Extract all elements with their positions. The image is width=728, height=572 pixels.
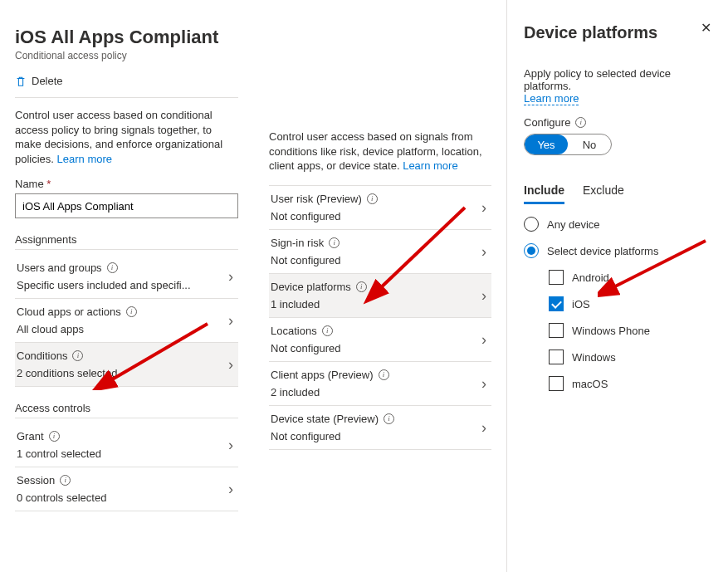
page-title: iOS All Apps Compliant (15, 27, 238, 48)
row-conditions[interactable]: Conditionsi 2 conditions selected › (15, 343, 238, 387)
chevron-right-icon: › (481, 330, 486, 348)
delete-label: Delete (32, 75, 63, 87)
col2-intro: Control user access based on signals fro… (269, 130, 491, 174)
checkbox-icon (549, 376, 564, 391)
checkbox-icon (549, 350, 564, 364)
chevron-right-icon: › (228, 437, 233, 454)
row-users-groups[interactable]: Users and groupsi Specific users include… (15, 255, 238, 299)
info-icon: i (384, 413, 394, 424)
chevron-right-icon: › (481, 418, 486, 436)
row-locations[interactable]: Locationsi Not configured › (269, 318, 491, 362)
chevron-right-icon: › (481, 374, 486, 392)
checkbox-macos[interactable]: macOS (549, 376, 711, 391)
checkbox-icon (549, 323, 564, 338)
info-icon: i (356, 281, 367, 292)
toggle-yes[interactable]: Yes (525, 134, 568, 154)
checkbox-android[interactable]: Android (549, 270, 711, 285)
trash-icon (15, 76, 27, 87)
close-icon[interactable]: ✕ (701, 20, 711, 36)
learn-more-link[interactable]: Learn more (403, 159, 457, 172)
checkbox-icon (549, 270, 564, 285)
chevron-right-icon: › (481, 242, 486, 260)
info-icon: i (72, 350, 83, 361)
page-subtitle: Conditional access policy (15, 50, 238, 61)
chevron-right-icon: › (228, 312, 233, 330)
row-session[interactable]: Sessioni 0 controls selected › (15, 467, 238, 511)
chevron-right-icon: › (228, 356, 233, 374)
chevron-right-icon: › (228, 268, 233, 286)
row-device-platforms[interactable]: Device platformsi 1 included › (269, 274, 491, 318)
row-user-risk[interactable]: User risk (Preview)i Not configured › (269, 185, 491, 230)
panel-title: Device platforms (524, 23, 711, 42)
assignments-header: Assignments (15, 233, 238, 250)
info-icon: i (126, 306, 137, 317)
configure-label: Configurei (524, 116, 711, 129)
name-label: Name * (15, 178, 238, 190)
tab-exclude[interactable]: Exclude (583, 178, 624, 204)
row-cloud-apps[interactable]: Cloud apps or actionsi All cloud apps › (15, 299, 238, 343)
chevron-right-icon: › (228, 481, 233, 498)
info-icon: i (367, 193, 378, 204)
info-icon: i (60, 475, 71, 486)
device-platforms-panel: Device platforms ✕ Apply policy to selec… (506, 0, 728, 572)
learn-more-link[interactable]: Learn more (524, 92, 579, 105)
checkbox-windows-phone[interactable]: Windows Phone (549, 323, 711, 338)
radio-icon (524, 217, 539, 232)
name-input[interactable] (15, 193, 238, 218)
configure-toggle[interactable]: Yes No (524, 134, 612, 155)
row-device-state[interactable]: Device state (Preview)i Not configured › (269, 406, 491, 450)
radio-any-device[interactable]: Any device (524, 217, 711, 232)
col1-intro: Control user access based on conditional… (15, 108, 238, 166)
row-client-apps[interactable]: Client apps (Preview)i 2 included › (269, 362, 491, 406)
tab-include[interactable]: Include (524, 178, 564, 204)
row-grant[interactable]: Granti 1 control selected › (15, 423, 238, 467)
info-icon: i (49, 431, 60, 442)
info-icon: i (329, 237, 340, 248)
toggle-no[interactable]: No (568, 134, 611, 154)
row-signin-risk[interactable]: Sign-in riski Not configured › (269, 230, 491, 274)
info-icon: i (107, 262, 118, 273)
checkbox-icon (549, 296, 564, 311)
info-icon: i (379, 369, 389, 380)
panel-intro: Apply policy to selected device platform… (524, 67, 711, 105)
info-icon: i (575, 117, 586, 128)
checkbox-windows[interactable]: Windows (549, 350, 711, 364)
chevron-right-icon: › (481, 286, 486, 304)
delete-button[interactable]: Delete (15, 71, 238, 97)
access-controls-header: Access controls (15, 402, 238, 418)
checkbox-ios[interactable]: iOS (549, 296, 711, 311)
radio-icon (524, 243, 539, 258)
chevron-right-icon: › (481, 198, 486, 216)
info-icon: i (322, 325, 333, 336)
radio-select-platforms[interactable]: Select device platforms (524, 243, 711, 258)
learn-more-link[interactable]: Learn more (57, 153, 112, 165)
